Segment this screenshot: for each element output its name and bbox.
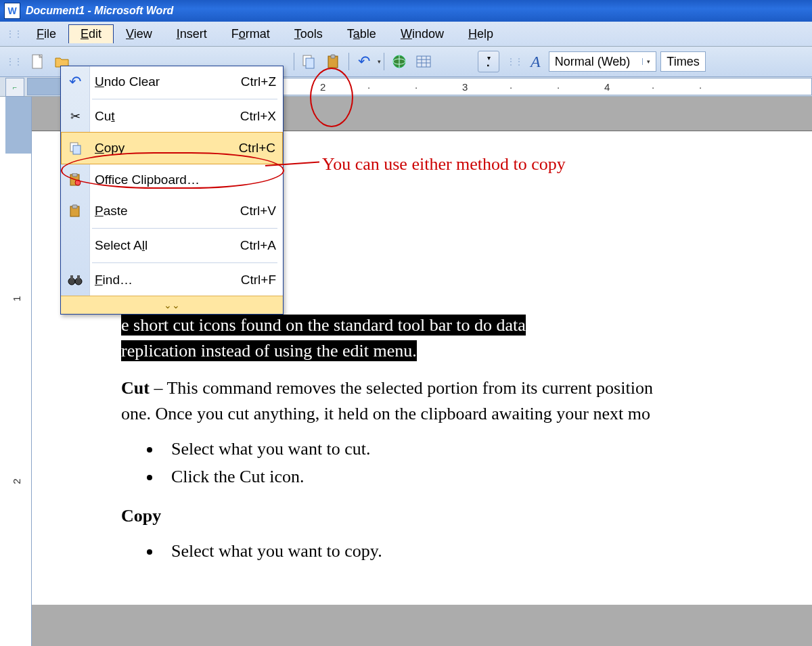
shortcut: Ctrl+X — [240, 109, 276, 124]
cut-steps-list: Select what you want to cut. Click the C… — [162, 436, 812, 490]
shortcut: Ctrl+Z — [241, 74, 276, 89]
selected-text[interactable]: replication instead of using the edit me… — [121, 340, 417, 361]
scissors-icon: ✂ — [66, 108, 84, 125]
svg-rect-4 — [331, 55, 335, 58]
clipboard-icon — [66, 171, 84, 189]
table-icon — [416, 55, 431, 68]
hyperlink-button[interactable] — [388, 51, 410, 72]
svg-rect-2 — [306, 58, 314, 68]
paste-icon — [326, 54, 341, 69]
shortcut: Ctrl+F — [241, 273, 276, 287]
menubar[interactable]: ⋮⋮ File Edit View Insert Format Tools Ta… — [0, 22, 812, 47]
undo-button[interactable]: ↶ — [353, 51, 375, 72]
style-selector[interactable]: Normal (Web) ▾ — [549, 51, 657, 72]
svg-rect-19 — [72, 205, 77, 208]
paste-icon — [66, 202, 84, 220]
menu-table[interactable]: Table — [335, 24, 388, 44]
heading-cut: Cut — [121, 378, 150, 398]
chevron-down-icon[interactable]: ▾ — [642, 58, 650, 65]
list-item: Select what you want to cut. — [162, 436, 812, 462]
shortcut: Ctrl+A — [240, 238, 276, 253]
toolbar-grip-icon: ⋮⋮ — [506, 56, 522, 67]
globe-icon — [392, 54, 407, 69]
list-item: Select what you want to copy. — [162, 538, 812, 564]
font-selector[interactable]: Times — [660, 51, 705, 72]
edit-dropdown-menu: ↶ Undo Clear Ctrl+Z ✂ Cut Ctrl+X Copy Ct… — [60, 66, 284, 315]
font-value: Times — [667, 55, 699, 69]
menu-item-paste[interactable]: Paste Ctrl+V — [61, 195, 283, 227]
toolbar-grip-icon: ⋮⋮ — [5, 56, 22, 67]
selected-text[interactable]: e short cut icons found on the standard … — [121, 315, 526, 336]
heading-copy: Copy — [121, 503, 812, 529]
binoculars-icon — [66, 271, 84, 289]
menu-view[interactable]: View — [114, 24, 164, 44]
new-doc-icon — [31, 54, 45, 69]
menu-item-undo[interactable]: ↶ Undo Clear Ctrl+Z — [61, 66, 283, 97]
titlebar: W Document1 - Microsoft Word — [0, 0, 812, 22]
menu-window[interactable]: Window — [388, 24, 456, 44]
menu-insert[interactable]: Insert — [164, 24, 219, 44]
shortcut: Ctrl+V — [240, 204, 276, 218]
svg-rect-8 — [417, 56, 430, 67]
body-text: – This command removes the selected port… — [150, 378, 653, 398]
menu-item-find[interactable]: Find… Ctrl+F — [61, 264, 283, 296]
outline-toggle[interactable]: ⌐ — [5, 78, 24, 97]
menu-format[interactable]: Format — [219, 24, 282, 44]
menu-help[interactable]: Help — [456, 24, 505, 44]
style-value: Normal (Web) — [555, 55, 631, 69]
chevron-double-down-icon: ⌄⌄ — [164, 300, 180, 310]
svg-rect-22 — [70, 275, 73, 279]
window-title: Document1 - Microsoft Word — [26, 5, 173, 17]
chevron-down-icon[interactable]: ▾ — [378, 58, 381, 65]
menu-item-select-all[interactable]: Select All Ctrl+A — [61, 230, 283, 261]
chevron-down-icon: ▾▪ — [487, 54, 491, 69]
svg-rect-16 — [72, 173, 77, 177]
new-button[interactable] — [27, 51, 49, 72]
shortcut: Ctrl+C — [239, 141, 275, 156]
svg-rect-23 — [77, 275, 80, 279]
copy-button[interactable] — [298, 51, 320, 72]
menu-item-office-clipboard[interactable]: Office Clipboard… — [61, 164, 283, 195]
toolbar-grip-icon: ⋮⋮ — [5, 28, 22, 39]
separator — [294, 53, 294, 70]
menu-item-copy[interactable]: Copy Ctrl+C — [61, 132, 283, 164]
menu-file[interactable]: File — [24, 24, 68, 44]
vertical-ruler[interactable]: 1 2 — [5, 97, 32, 646]
body-text: one. Once you cut anything, it held on t… — [121, 404, 650, 423]
style-icon[interactable]: A — [531, 53, 541, 71]
svg-point-17 — [75, 180, 81, 185]
separator — [384, 53, 384, 70]
list-item: Click the Cut icon. — [162, 464, 812, 490]
toolbar-options-button[interactable]: ▾▪ — [478, 51, 499, 72]
menu-expand-button[interactable]: ⌄⌄ — [61, 296, 283, 314]
copy-icon — [67, 139, 85, 157]
menu-tools[interactable]: Tools — [282, 24, 335, 44]
copy-icon — [302, 54, 317, 69]
menu-edit[interactable]: Edit — [68, 24, 114, 43]
word-icon: W — [4, 3, 20, 19]
menu-item-cut[interactable]: ✂ Cut Ctrl+X — [61, 101, 283, 132]
separator — [348, 53, 349, 70]
copy-steps-list: Select what you want to copy. — [162, 538, 812, 564]
tables-borders-button[interactable] — [413, 51, 434, 72]
paste-button[interactable] — [323, 51, 344, 72]
annotation-text: You can use either method to copy — [319, 154, 568, 175]
svg-rect-14 — [73, 145, 81, 154]
undo-icon: ↶ — [66, 73, 84, 91]
